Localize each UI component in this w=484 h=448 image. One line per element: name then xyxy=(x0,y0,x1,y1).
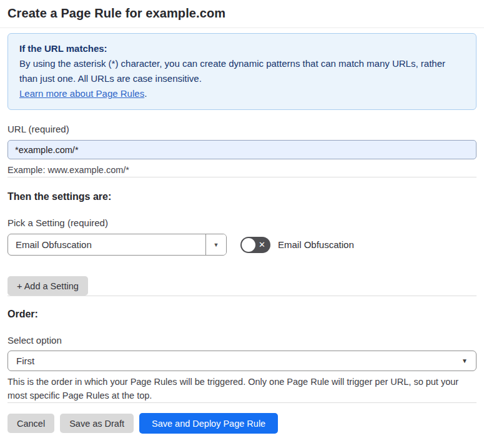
pick-setting-label: Pick a Setting (required) xyxy=(7,217,477,228)
url-example-helper: Example: www.example.com/* xyxy=(7,164,477,177)
save-as-draft-button[interactable]: Save as Draft xyxy=(60,414,134,433)
url-match-info-box: If the URL matches: By using the asteris… xyxy=(7,33,477,110)
create-page-rule-panel: Create a Page Rule for example.com If th… xyxy=(0,0,484,443)
url-input[interactable] xyxy=(7,140,477,159)
footer-actions: Cancel Save as Draft Save and Deploy Pag… xyxy=(7,413,477,443)
add-setting-button[interactable]: + Add a Setting xyxy=(7,276,88,296)
chevron-down-icon: ▼ xyxy=(462,357,468,364)
cancel-button[interactable]: Cancel xyxy=(7,414,54,433)
order-helper-text: This is the order in which your Page Rul… xyxy=(7,375,477,402)
select-option-label: Select option xyxy=(7,335,477,346)
order-select-value: First xyxy=(16,356,34,366)
email-obfuscation-toggle[interactable]: ✕ xyxy=(240,237,270,253)
save-and-deploy-button[interactable]: Save and Deploy Page Rule xyxy=(139,413,278,434)
url-label: URL (required) xyxy=(7,124,477,134)
divider xyxy=(7,402,477,403)
setting-row: Email Obfuscation ▼ ✕ Email Obfuscation xyxy=(7,234,477,256)
toggle-knob xyxy=(242,238,255,252)
order-select[interactable]: First ▼ xyxy=(7,351,477,371)
learn-more-link[interactable]: Learn more about Page Rules xyxy=(19,88,144,99)
setting-select[interactable]: Email Obfuscation ▼ xyxy=(7,234,227,256)
settings-section-heading: Then the settings are: xyxy=(7,191,477,202)
toggle-off-x-icon: ✕ xyxy=(255,241,269,249)
info-box-body: By using the asterisk (*) character, you… xyxy=(19,56,465,86)
divider xyxy=(7,177,477,177)
page-header: Create a Page Rule for example.com xyxy=(0,0,484,28)
setting-select-value: Email Obfuscation xyxy=(8,234,205,255)
divider xyxy=(7,296,477,296)
info-box-link-line: Learn more about Page Rules. xyxy=(19,86,465,101)
page-content: If the URL matches: By using the asteris… xyxy=(0,33,484,443)
toggle-label: Email Obfuscation xyxy=(278,239,354,250)
chevron-down-icon[interactable]: ▼ xyxy=(205,234,226,255)
email-obfuscation-toggle-group: ✕ Email Obfuscation xyxy=(240,237,354,253)
page-title: Create a Page Rule for example.com xyxy=(7,6,477,21)
order-section-heading: Order: xyxy=(7,309,477,320)
link-suffix: . xyxy=(144,88,147,99)
info-box-heading: If the URL matches: xyxy=(19,41,465,56)
